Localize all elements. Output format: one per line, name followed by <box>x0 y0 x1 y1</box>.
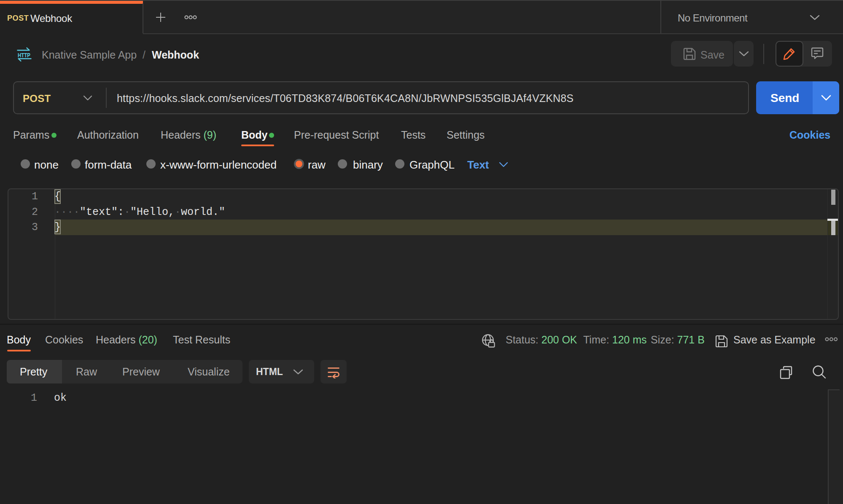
svg-text:HTTP: HTTP <box>18 52 30 59</box>
